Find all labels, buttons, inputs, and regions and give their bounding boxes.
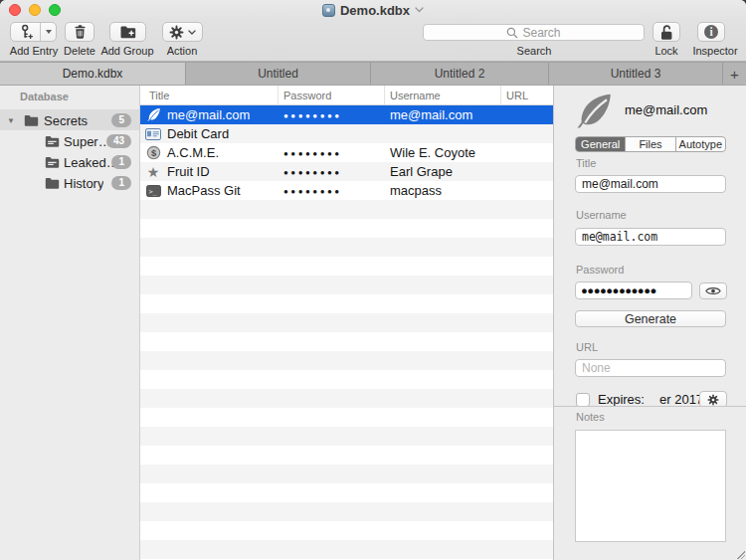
- add-entry-dropdown-arrow-icon[interactable]: [41, 23, 56, 41]
- smart-folder-icon: [45, 156, 60, 168]
- document-proxy-icon[interactable]: [322, 4, 335, 17]
- sidebar-group-leaked[interactable]: Leaked…1: [0, 151, 139, 172]
- column-header-username[interactable]: Username: [385, 86, 501, 104]
- inspector-panel: me@mail.com GeneralFilesAutotype Title U…: [553, 86, 746, 560]
- entry-count-badge: 1: [111, 155, 131, 169]
- search-input[interactable]: Search: [423, 24, 645, 41]
- entry-password-dots: ●●●●●●●●: [283, 186, 342, 196]
- title-chevron-down-icon[interactable]: [415, 7, 424, 13]
- empty-row: [140, 521, 553, 540]
- entry-row-macpass-git[interactable]: >_MacPass Git●●●●●●●●macpass: [140, 181, 553, 200]
- column-header-title[interactable]: Title: [140, 86, 279, 104]
- entry-username: me@mail.com: [390, 107, 472, 122]
- add-entry-label: Add Entry: [8, 45, 60, 57]
- url-field-label: URL: [576, 341, 598, 353]
- toolbar: Add Entry Delete Add Group Action Search: [0, 20, 746, 62]
- search-placeholder: Search: [522, 26, 560, 40]
- entry-password-dots: ●●●●●●●●: [283, 167, 342, 177]
- inspector-tab-files[interactable]: Files: [626, 137, 675, 151]
- action-chevron-down-icon: [188, 30, 196, 35]
- add-entry-button[interactable]: [10, 22, 57, 42]
- sidebar-group-secrets[interactable]: ▼Secrets5: [0, 109, 139, 130]
- password-field[interactable]: [575, 281, 692, 299]
- inspector-button[interactable]: i: [697, 22, 725, 42]
- folder-icon: [24, 114, 39, 126]
- key-plus-icon[interactable]: [11, 23, 40, 41]
- star-icon: ★: [145, 164, 161, 180]
- quill-icon: [574, 92, 614, 131]
- empty-row: [140, 427, 553, 446]
- document-tab-demo-kdbx[interactable]: Demo.kdbx: [0, 63, 186, 85]
- table-header: TitlePasswordUsernameURL: [140, 86, 553, 105]
- title-field-label: Title: [576, 157, 596, 169]
- info-icon: i: [703, 24, 719, 40]
- username-field[interactable]: [575, 228, 726, 246]
- url-field[interactable]: [575, 359, 726, 377]
- empty-row: [140, 200, 553, 219]
- empty-row: [140, 483, 553, 502]
- entry-row-debit-card[interactable]: Debit Card: [140, 124, 553, 143]
- sidebar-group-super[interactable]: Super…43: [0, 130, 139, 151]
- quill-icon: [145, 107, 161, 123]
- new-tab-button[interactable]: +: [723, 63, 746, 85]
- sidebar-group-label: Secrets: [44, 112, 88, 127]
- empty-row: [140, 332, 553, 351]
- entry-title: Fruit ID: [167, 164, 210, 179]
- trash-icon: [73, 24, 88, 40]
- document-tab-untitled-3[interactable]: Untitled 3: [549, 63, 723, 85]
- delete-label: Delete: [60, 45, 99, 57]
- terminal-icon: >_: [145, 183, 161, 199]
- column-header-url[interactable]: URL: [501, 86, 553, 104]
- smart-folder-icon: [45, 135, 60, 147]
- delete-button[interactable]: [65, 22, 94, 42]
- inspector-divider: [554, 406, 746, 407]
- search-icon: [506, 27, 518, 39]
- macpass-window: Demo.kdbx Add Entry Delete Add Group: [0, 0, 746, 560]
- inspector-tab-autotype[interactable]: Autotype: [676, 137, 725, 151]
- entry-title: A.C.M.E.: [167, 145, 219, 160]
- empty-row: [140, 540, 553, 559]
- sidebar-group-label: Super…: [64, 133, 111, 148]
- sidebar-group-history[interactable]: History1: [0, 172, 139, 193]
- expires-settings-button[interactable]: [699, 391, 727, 406]
- expires-checkbox[interactable]: [576, 393, 590, 406]
- empty-row: [140, 502, 553, 521]
- sidebar: Database ▼Secrets5Super…43Leaked…1Histor…: [0, 86, 139, 560]
- action-button[interactable]: [162, 22, 203, 42]
- entry-username: Earl Grape: [390, 164, 453, 179]
- entry-title: me@mail.com: [167, 107, 250, 122]
- empty-row: [140, 257, 553, 276]
- empty-row: [140, 446, 553, 465]
- generate-password-button[interactable]: Generate: [575, 310, 726, 327]
- entry-username: Wile E. Coyote: [390, 145, 475, 160]
- eye-icon: [705, 285, 721, 296]
- empty-row: [140, 389, 553, 408]
- inspector-tab-general[interactable]: General: [576, 137, 626, 151]
- column-header-password[interactable]: Password: [279, 86, 385, 104]
- sidebar-group-label: History: [64, 175, 103, 190]
- card-icon: [145, 126, 161, 142]
- inspector-general-form: Title Username Password Generate URL Exp…: [554, 151, 746, 406]
- document-tab-untitled[interactable]: Untitled: [186, 63, 371, 85]
- entry-table: TitlePasswordUsernameURL me@mail.com●●●●…: [139, 86, 553, 560]
- empty-row: [140, 370, 553, 389]
- reveal-password-button[interactable]: [699, 282, 727, 299]
- entry-row-a-c-m-e-[interactable]: $A.C.M.E.●●●●●●●●Wile E. Coyote: [140, 143, 553, 162]
- empty-row: [140, 313, 553, 332]
- svg-text:$: $: [150, 148, 156, 158]
- add-group-button[interactable]: [109, 22, 146, 42]
- entry-row-me-mail-com[interactable]: me@mail.com●●●●●●●●me@mail.com: [140, 105, 553, 124]
- disclosure-triangle-icon[interactable]: ▼: [7, 115, 15, 124]
- title-field[interactable]: [575, 175, 726, 193]
- notes-textarea[interactable]: [575, 430, 726, 542]
- sidebar-header: Database: [20, 91, 69, 102]
- gear-icon: [169, 25, 184, 40]
- lock-button[interactable]: [653, 22, 680, 42]
- search-label: Search: [509, 45, 559, 57]
- username-field-label: Username: [576, 209, 627, 221]
- entry-row-fruit-id[interactable]: ★Fruit ID●●●●●●●●Earl Grape: [140, 162, 553, 181]
- window-resize-grip[interactable]: [737, 551, 745, 559]
- document-tab-untitled-2[interactable]: Untitled 2: [371, 63, 549, 85]
- window-title: Demo.kdbx: [340, 3, 410, 18]
- empty-row: [140, 351, 553, 370]
